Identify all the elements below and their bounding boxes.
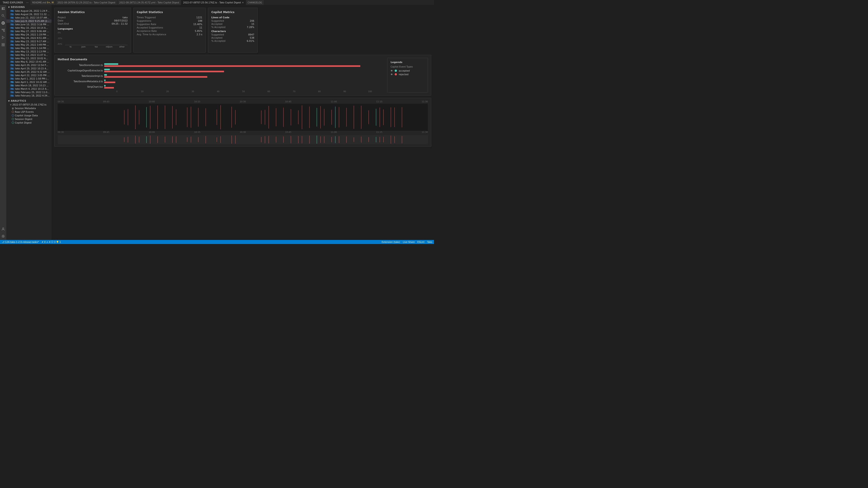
analytics-item-0[interactable]: ▦Session Metadata <box>6 106 52 110</box>
doc-bar-accepted-3 <box>104 79 105 81</box>
session-item-17[interactable]: TStako April 29, 2022 10:15 AM (an hour,… <box>6 67 52 70</box>
activity-explorer-icon[interactable] <box>0 6 6 11</box>
status-extension[interactable]: Extension (tako) <box>381 241 400 243</box>
session-item-0[interactable]: TStako August 26, 2022 1:24 PM (6 hours,… <box>6 9 52 13</box>
session-item-7[interactable]: TStako May 24, 2022 1:19 PM (an hour, 37… <box>6 33 52 36</box>
session-text: tako May 13, 2022 10:02 AM (43 minutes, … <box>15 57 50 60</box>
session-item-15[interactable]: TStako May 6, 2022 10:41 AM (26 minutes,… <box>6 60 52 64</box>
tab-ts2[interactable]: 2022-07-08T07:25:56.176Z.ts - Tako Copil… <box>181 0 246 5</box>
session-item-18[interactable]: TStako April 29, 2022 9:32 AM (43 minute… <box>6 70 52 74</box>
tako-label: Tako <box>427 241 432 243</box>
sessions-section-header[interactable]: ▼ SESSIONS <box>6 5 52 9</box>
activity-tako-icon[interactable] <box>0 20 6 26</box>
session-item-11[interactable]: TStako May 20, 2022 1:14 PM (2 hours, 56… <box>6 46 52 50</box>
session-item-3[interactable]: TStako July 8, 2022 9:25 AM (2 hours, 16… <box>6 20 52 23</box>
analytics-item-4[interactable]: Copilot Digest <box>6 121 52 125</box>
session-item-1[interactable]: TStako August 26, 2022 11:32 AM (an hour… <box>6 13 52 16</box>
activity-settings-icon[interactable] <box>0 234 6 239</box>
legend-item-0: 👁 accepted <box>391 69 425 72</box>
content-area: Session Statistics Project tako Date 08/… <box>52 5 434 240</box>
tab-overflow-button[interactable]: ··· <box>25 1 30 4</box>
eye-icon-0: 👁 <box>391 70 393 72</box>
session-item-25[interactable]: TStako February 18, 2022 4:34 PM (an hou… <box>6 94 52 97</box>
session-item-24[interactable]: TStako February 25, 2022 11:06 AM (an ho… <box>6 91 52 94</box>
status-tako[interactable]: Tako <box>427 241 432 243</box>
app-title: TAKO EXPLORER <box>1 1 25 4</box>
session-item-20[interactable]: TStako April 1, 2022 1:58 PM (39 minutes… <box>6 77 52 80</box>
session-item-13[interactable]: TStako May 13, 2022 11:07 AM (an hour, 3… <box>6 53 52 57</box>
activity-search-icon[interactable] <box>0 13 6 19</box>
session-item-23[interactable]: TStako March 4, 2022 10:13 AM (an hour, … <box>6 87 52 91</box>
activity-git-icon[interactable] <box>0 28 6 33</box>
session-item-5[interactable]: TStako May 10, 2022 10:14 AM (36 minutes… <box>6 26 52 30</box>
analytics-item-2[interactable]: Copilot Usage Data <box>6 113 52 117</box>
tab-ts1[interactable]: 2022-08-26T09:32:29.202Z.ts - Tako Copil… <box>56 0 117 5</box>
timeline-mini-label-0: 09:30 <box>58 131 64 133</box>
doc-bar-accepted-4 <box>104 85 105 87</box>
timeline-mini-label-1: 09:45 <box>103 131 109 133</box>
timeline-mini-label-7: 11:15 <box>376 131 382 133</box>
legends-card: Legends Copilot Event Types 👁 accepted 👁… <box>387 58 428 93</box>
timeline-label-1: 09:45 <box>103 100 109 103</box>
analytics-header-label: ANALYTICS <box>11 100 26 102</box>
session-item-12[interactable]: TStako May 13, 2022 2:13 PM (16 minutes,… <box>6 50 52 53</box>
session-badge: TS <box>10 74 14 76</box>
sessions-list: TStako August 26, 2022 1:24 PM (6 hours,… <box>6 9 52 97</box>
timeline-mini-label-6: 11:00 <box>331 131 337 133</box>
char-metric-value-2: 6.01% <box>247 39 254 42</box>
doc-bar-row-0: TakoStoredSession.ts <box>58 63 383 67</box>
session-item-2[interactable]: TStako July 22, 2022 10:37 AM (an hour, … <box>6 16 52 20</box>
activity-debug-icon[interactable] <box>0 35 6 40</box>
session-badge: TS <box>10 95 14 97</box>
bar-x-labels: ts json tsx ndjson other <box>65 46 128 50</box>
session-item-9[interactable]: TStako May 23, 2022 9:17 AM (3 hours, 19… <box>6 40 52 43</box>
main-layout: ▼ SESSIONS TStako August 26, 2022 1:24 P… <box>0 5 434 240</box>
languages-title: Languages <box>58 27 128 30</box>
session-item-6[interactable]: TStako May 27, 2022 9:06 AM (2 hours, 10… <box>6 30 52 33</box>
timeline-header: 09:3009:4510:0010:1510:3010:4511:0011:15… <box>58 100 428 103</box>
activity-extensions-icon[interactable] <box>0 42 6 47</box>
sessions-arrow-icon: ▼ <box>8 6 10 8</box>
tab-yml1[interactable]: 2022-08-26T11:24:35.417Z.yml - Tako Copi… <box>118 0 181 5</box>
session-item-8[interactable]: TStako May 24, 2022 8:51 AM (2 hours, 16… <box>6 36 52 40</box>
analytics-tree-root[interactable]: ▼ 2022-07-08T07:25:56.176Z.ts <box>6 103 52 106</box>
extension-label: Extension (tako) <box>381 241 400 243</box>
session-item-19[interactable]: TStako April 22, 2022 3:05 PM (2 hours, … <box>6 74 52 77</box>
session-badge: TS <box>10 51 14 53</box>
eye-icon-1: 👁 <box>391 73 393 76</box>
status-live-share[interactable]: Live Share <box>403 241 414 243</box>
tab-changelog[interactable]: CHANGELOG <box>246 0 264 5</box>
analytics-item-label: Copilot Digest <box>15 121 32 124</box>
analytics-item-3[interactable]: Session Digest <box>6 117 52 121</box>
session-text: tako May 23, 2022 9:17 AM (3 hours, 1988… <box>15 40 50 43</box>
status-errors[interactable]: ✗ 0 ⚠ 4 ⓘ 3 💡 1 <box>41 240 61 243</box>
session-badge: TS <box>10 24 14 26</box>
tab-label: 2022-08-26T11:24:35.417Z.yml - Tako Copi… <box>119 1 179 4</box>
session-item-14[interactable]: TStako May 13, 2022 10:02 AM (43 minutes… <box>6 57 52 60</box>
x-label-json: json <box>78 46 89 50</box>
tab-close-icon[interactable]: ✕ <box>242 1 244 4</box>
timeline-mini-label-2: 10:00 <box>149 131 155 133</box>
session-badge: TS <box>10 85 14 87</box>
lines-metrics-grid: Suggested206Accepted15% Accepted7.28% <box>211 20 254 29</box>
tab-readme[interactable]: README.md 9+, M <box>30 0 56 5</box>
char-metric-value-0: 8947 <box>247 33 254 36</box>
session-item-16[interactable]: TStako April 29, 2022 12:54 PM (an hour,… <box>6 64 52 67</box>
session-item-10[interactable]: TStako May 20, 2022 3:49 PM (3 hours, 30… <box>6 43 52 46</box>
languages-bar-chart: 40% 20% 0% <box>58 32 128 50</box>
session-item-22[interactable]: TStako March 18, 2022 10:23 AM (an hour,… <box>6 84 52 87</box>
session-badge: TS <box>10 17 14 19</box>
session-item-21[interactable]: TStako April 1, 2022 10:22 AM (4 hours, … <box>6 80 52 84</box>
session-item-4[interactable]: TStako June 10, 2022 3:16 PM (an hour, 8… <box>6 23 52 26</box>
char-metric-label-0: Suggested <box>211 33 245 36</box>
status-right: Extension (tako) Live Share ESLint Tako <box>381 241 432 243</box>
status-eslint[interactable]: ESLint <box>417 241 425 243</box>
analytics-section-header[interactable]: ▼ ANALYTICS <box>6 99 52 103</box>
status-branch[interactable]: ⎇ 124-tako-1-2-0-release-tasks* <box>2 241 39 243</box>
session-text: tako July 8, 2022 9:25 AM (2 hours, 1686… <box>15 20 50 22</box>
session-text: tako July 22, 2022 10:37 AM (an hour, 64… <box>15 17 50 19</box>
activity-account-icon[interactable] <box>0 226 6 232</box>
analytics-item-1[interactable]: Raw LSP Events <box>6 110 52 113</box>
copilot-stat-label-2: Suggestion Rate <box>137 23 191 26</box>
doc-bars-0 <box>104 63 383 67</box>
